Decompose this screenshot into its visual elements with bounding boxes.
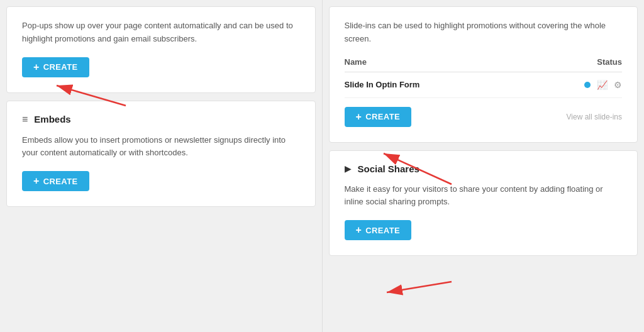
slideins-footer: + CREATE View all slide-ins — [345, 107, 623, 127]
left-column: Pop-ups show up over your page content a… — [0, 0, 323, 332]
chart-icon[interactable]: 📈 — [597, 80, 608, 90]
status-dot — [584, 82, 591, 88]
view-all-slideins[interactable]: View all slide-ins — [567, 113, 622, 121]
social-shares-header: ▶ Social Shares — [345, 163, 623, 174]
embeds-title: Embeds — [34, 114, 70, 124]
popup-desc: Pop-ups show up over your page content a… — [22, 19, 300, 46]
social-shares-card: ▶ Social Shares Make it easy for your vi… — [329, 150, 638, 257]
slideins-create-label: CREATE — [365, 112, 400, 121]
plus-icon-4: + — [356, 225, 362, 235]
plus-icon-3: + — [356, 112, 362, 122]
embeds-card: ≡ Embeds Embeds allow you to insert prom… — [6, 101, 316, 208]
slideins-table-row: Slide In Optin Form 📈 ⚙ — [345, 72, 623, 98]
row-name: Slide In Optin Form — [345, 80, 585, 89]
embeds-desc: Embeds allow you to insert promotions or… — [22, 134, 300, 160]
slideins-desc: Slide-ins can be used to highlight promo… — [345, 19, 623, 46]
embeds-icon: ≡ — [22, 114, 28, 125]
slideins-create-button[interactable]: + CREATE — [345, 107, 412, 127]
embeds-create-button[interactable]: + CREATE — [22, 171, 89, 191]
settings-icon[interactable]: ⚙ — [614, 80, 622, 90]
right-column: Slide-ins can be used to highlight promo… — [323, 0, 645, 332]
social-shares-desc: Make it easy for your visitors to share … — [345, 183, 623, 209]
popup-card: Pop-ups show up over your page content a… — [6, 6, 316, 93]
popup-create-button[interactable]: + CREATE — [22, 57, 89, 77]
plus-icon: + — [33, 62, 40, 72]
plus-icon-2: + — [33, 176, 40, 186]
social-shares-create-button[interactable]: + CREATE — [345, 220, 412, 240]
social-shares-title: Social Shares — [358, 163, 419, 174]
social-shares-create-label: CREATE — [365, 226, 400, 235]
embeds-create-label: CREATE — [43, 177, 78, 186]
col-header-status: Status — [547, 57, 622, 67]
slideins-card: Slide-ins can be used to highlight promo… — [329, 6, 638, 143]
embeds-card-header: ≡ Embeds — [22, 114, 300, 125]
row-actions: 📈 ⚙ — [584, 80, 622, 90]
slideins-table-header: Name Status — [345, 57, 623, 72]
social-shares-icon: ▶ — [345, 163, 352, 174]
popup-create-label: CREATE — [43, 62, 78, 72]
col-header-name: Name — [345, 57, 547, 67]
